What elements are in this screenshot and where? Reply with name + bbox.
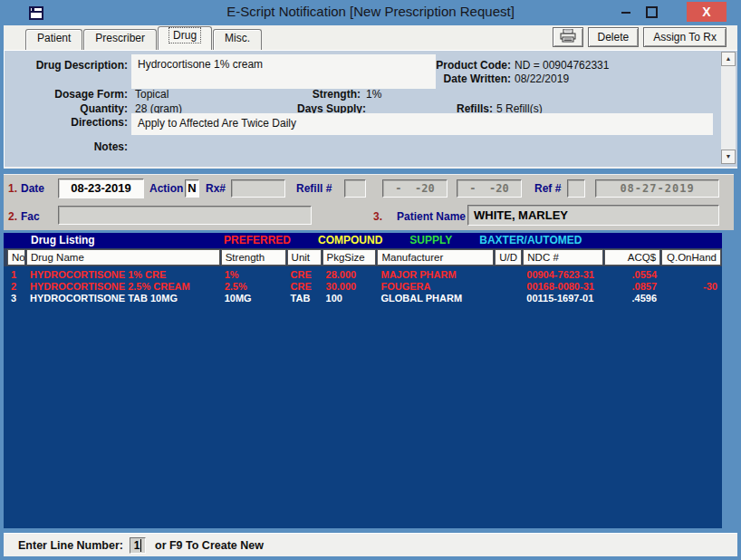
printer-icon	[560, 29, 576, 45]
cell-acq: .0554	[604, 269, 660, 281]
f9-hint-label: or F9 To Create New	[155, 539, 264, 552]
close-icon: X	[702, 5, 710, 19]
drug-panel-scrollbar[interactable]: ▲ ▼	[721, 52, 736, 164]
drug-listing-header: Drug Listing PREFERREDCOMPOUNDSUPPLYBAXT…	[4, 233, 722, 248]
drug-description-label: Drug Description:	[5, 59, 128, 72]
column-header-no[interactable]: No.	[7, 249, 25, 266]
drug-listing-title: Drug Listing	[31, 233, 95, 248]
cell-strength: 1%	[221, 269, 286, 281]
column-header-name[interactable]: Drug Name	[26, 249, 220, 266]
close-button[interactable]: X	[687, 2, 727, 22]
fac-input[interactable]	[58, 206, 312, 225]
directions-field[interactable]: Apply to Affected Are Twice Daily	[131, 113, 713, 135]
fac-label: Fac	[21, 210, 40, 223]
table-row[interactable]: 3HYDROCORTISONE TAB 10MG10MGTAB100GLOBAL…	[7, 293, 722, 304]
cell-ud	[495, 293, 522, 304]
cell-manufacturer: MAJOR PHARM	[377, 269, 494, 281]
cell-onhand	[661, 293, 721, 304]
tab-label: Patient	[37, 32, 71, 44]
tab-label: Prescriber	[95, 32, 145, 44]
column-header-unit[interactable]: Unit	[287, 249, 322, 266]
cell-ud	[495, 269, 522, 281]
print-button[interactable]	[553, 27, 583, 47]
rx-number-input[interactable]	[231, 179, 285, 198]
legend: PREFERREDCOMPOUNDSUPPLYBAXTER/AUTOMED	[224, 233, 582, 248]
patient-name-label: Patient Name	[397, 210, 466, 223]
cell-ndc: 00168-0080-31	[523, 281, 603, 293]
date-written-label: Date Written:	[349, 72, 511, 85]
scroll-down-icon[interactable]: ▼	[721, 150, 736, 164]
column-header-acq[interactable]: ACQ$	[604, 249, 660, 266]
rx-header-section: 1. Date 08-23-2019 Action N Rx# Refill #…	[4, 174, 734, 230]
dosage-form-label: Dosage Form:	[5, 88, 128, 101]
cell-no: 1	[7, 269, 25, 281]
cell-acq: .4596	[604, 293, 660, 304]
tab-drug[interactable]: Drug	[158, 26, 212, 50]
maximize-button[interactable]	[640, 2, 663, 22]
column-header-pkgsize[interactable]: PkgSize	[322, 249, 377, 266]
cell-onhand: -30	[661, 281, 721, 293]
column-header-strength[interactable]: Strength	[221, 249, 286, 266]
date-written-value: 08/22/2019	[515, 72, 569, 85]
cell-unit: CRE	[287, 269, 322, 281]
cell-manufacturer: GLOBAL PHARM	[377, 293, 494, 304]
table-row[interactable]: 1HYDROCORTISONE 1% CRE1%CRE28.000MAJOR P…	[7, 269, 722, 281]
legend-compound: COMPOUND	[318, 233, 382, 248]
delete-button[interactable]: Delete	[588, 27, 640, 47]
legend-preferred: PREFERRED	[224, 233, 291, 248]
table-row[interactable]: 2HYDROCORTISONE 2.5% CREAM2.5%CRE30.000F…	[7, 281, 722, 293]
footer-bar: Enter Line Number: 1 or F9 To Create New	[4, 533, 737, 556]
cell-strength: 10MG	[221, 293, 286, 304]
action-input[interactable]: N	[185, 179, 199, 198]
legend-baxter-automed: BAXTER/AUTOMED	[479, 233, 582, 248]
action-label: Action	[149, 182, 183, 195]
tab-label: Drug	[169, 28, 200, 43]
cell-name: HYDROCORTISONE TAB 10MG	[26, 293, 220, 304]
cell-strength: 2.5%	[221, 281, 286, 293]
strength-label: Strength:	[231, 88, 361, 101]
tab-strip: PatientPrescriberDrugMisc.	[25, 26, 263, 50]
expiry-field-2: - -20	[457, 179, 522, 198]
notes-label: Notes:	[5, 140, 128, 153]
column-header-manufacturer[interactable]: Manufacturer	[377, 249, 494, 266]
date-label: Date	[21, 182, 44, 195]
strength-value: 1%	[366, 88, 381, 101]
field-number-2: 2.	[8, 210, 17, 223]
scroll-up-icon[interactable]: ▲	[721, 52, 736, 66]
product-code-value: ND = 00904762331	[515, 59, 609, 72]
patient-name-input[interactable]: WHITE, MARLEY	[467, 205, 719, 226]
line-number-input[interactable]: 1	[130, 537, 146, 554]
tab-prescriber[interactable]: Prescriber	[83, 29, 157, 50]
drug-table-body: 1HYDROCORTISONE 1% CRE1%CRE28.000MAJOR P…	[4, 266, 722, 528]
column-header-onhand[interactable]: Q.OnHand	[661, 249, 721, 266]
cell-manufacturer: FOUGERA	[377, 281, 494, 293]
line-number-value: 1	[134, 539, 142, 552]
date-input[interactable]: 08-23-2019	[58, 179, 144, 198]
tab-label: Misc.	[225, 32, 250, 44]
refill-number-input[interactable]	[344, 179, 366, 198]
cell-ndc: 00904-7623-31	[523, 269, 603, 281]
field-number-3: 3.	[373, 210, 382, 223]
quantity-label: Quantity:	[5, 102, 128, 115]
column-header-ud[interactable]: U/D	[495, 249, 522, 266]
drug-detail-panel: Drug Description: Hydrocortisone 1% crea…	[4, 50, 737, 169]
refill-number-label: Refill #	[296, 182, 332, 195]
cell-unit: TAB	[287, 293, 322, 304]
assign-to-rx-button[interactable]: Assign To Rx	[643, 27, 727, 47]
tab-patient[interactable]: Patient	[25, 29, 82, 50]
minimize-button[interactable]	[614, 2, 638, 22]
cell-name: HYDROCORTISONE 2.5% CREAM	[26, 281, 220, 293]
column-header-ndc[interactable]: NDC #	[523, 249, 603, 266]
ref-number-input[interactable]	[567, 179, 585, 198]
expiry-field-1: - -20	[382, 179, 447, 198]
rx-number-label: Rx#	[206, 182, 226, 195]
legend-supply: SUPPLY	[409, 233, 452, 248]
field-number-1: 1.	[8, 182, 17, 195]
cell-pkgsize: 100	[322, 293, 377, 304]
cell-ud	[495, 281, 522, 293]
tab-misc[interactable]: Misc.	[213, 29, 262, 50]
table-header-row: No.Drug NameStrengthUnitPkgSizeManufactu…	[4, 248, 722, 266]
cell-name: HYDROCORTISONE 1% CRE	[26, 269, 220, 281]
cell-pkgsize: 30.000	[322, 281, 377, 293]
cell-no: 2	[7, 281, 25, 293]
